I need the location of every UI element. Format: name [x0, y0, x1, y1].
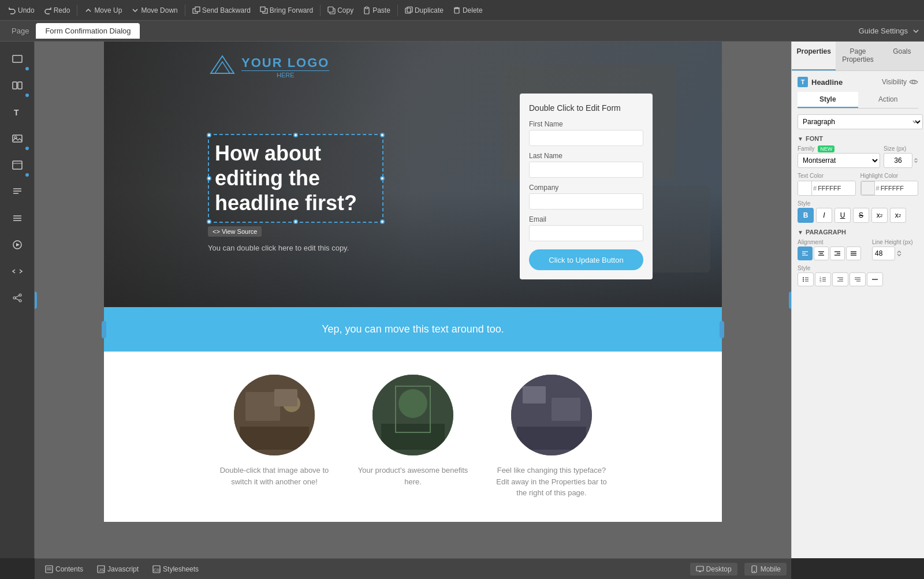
new-badge: NEW — [818, 145, 834, 152]
first-name-input[interactable] — [529, 130, 643, 146]
svg-rect-7 — [366, 7, 368, 9]
canvas-right-handle[interactable] — [789, 292, 791, 309]
handle-bm[interactable] — [293, 219, 298, 224]
redo-button[interactable]: Redo — [40, 5, 74, 16]
form-confirmation-tab[interactable]: Form Confirmation Dialog — [36, 23, 140, 39]
strikethrough-button[interactable]: S — [853, 208, 869, 223]
form-company-field: Company — [529, 184, 643, 210]
paragraph-section-header[interactable]: ▼ PARAGRAPH — [798, 229, 918, 236]
handle-mr[interactable] — [380, 176, 385, 181]
view-source-button[interactable]: <> View Source — [208, 226, 262, 237]
style-subtab[interactable]: Style — [798, 92, 858, 108]
feature-item-1[interactable]: Double-click that image above to switch … — [217, 375, 332, 499]
canvas-area[interactable]: YOUR LOGO HERE How about editing the hea… — [35, 42, 791, 558]
feature-text-1: Double-click that image above to switch … — [217, 465, 332, 487]
align-left-button[interactable] — [798, 246, 813, 260]
feature-image-1[interactable] — [234, 375, 315, 455]
copy-button[interactable]: Copy — [324, 5, 357, 16]
move-up-button[interactable]: Move Up — [81, 5, 125, 16]
horizontal-rule-button[interactable] — [867, 272, 883, 286]
goals-tab[interactable]: Goals — [880, 42, 924, 70]
undo-button[interactable]: Undo — [5, 5, 38, 16]
form-submit-button[interactable]: Click to Update Button — [529, 249, 643, 270]
blue-band-section[interactable]: Yep, you can move this text around too. — [104, 307, 722, 352]
svg-rect-44 — [523, 386, 546, 404]
hero-copy-text[interactable]: You can double click here to edit this c… — [208, 244, 370, 252]
form-title: Double Click to Edit Form — [529, 103, 643, 113]
unordered-list-button[interactable] — [798, 272, 814, 286]
form-panel[interactable]: Double Click to Edit Form First Name Las… — [520, 94, 653, 279]
company-label: Company — [529, 184, 643, 192]
email-input[interactable] — [529, 225, 643, 241]
font-size-input[interactable] — [884, 153, 912, 168]
handle-ml[interactable] — [207, 176, 211, 181]
company-input[interactable] — [529, 193, 643, 210]
tool-section[interactable] — [5, 46, 30, 72]
properties-tab[interactable]: Properties — [792, 42, 836, 70]
headline-text[interactable]: How about editing the headline first? — [215, 141, 377, 216]
ordered-list-button[interactable]: 1.2.3. — [815, 272, 831, 286]
outdent-button[interactable] — [850, 272, 866, 286]
last-name-input[interactable] — [529, 162, 643, 178]
page-properties-tab[interactable]: Page Properties — [836, 42, 880, 70]
send-backward-button[interactable]: Send Backward — [189, 5, 254, 16]
feature-item-2[interactable]: Your product's awesome benefits here. — [355, 375, 471, 499]
list-icon — [12, 212, 23, 224]
lineheight-input[interactable] — [872, 246, 895, 260]
tool-columns[interactable] — [5, 73, 30, 98]
logo-area[interactable]: YOUR LOGO HERE — [208, 53, 329, 82]
paragraph-dropdown[interactable]: Paragraph — [798, 114, 923, 129]
italic-button[interactable]: I — [816, 208, 832, 223]
feature-item-3[interactable]: Feel like changing this typeface? Edit a… — [494, 375, 609, 499]
font-size-label: Size (px) — [884, 145, 918, 152]
font-section-header[interactable]: ▼ FONT — [798, 135, 918, 142]
bold-button[interactable]: B — [798, 208, 814, 223]
highlight-color-input[interactable]: # FFFFFF — [860, 181, 919, 196]
hero-text-area[interactable]: How about editing the headline first? <>… — [208, 134, 383, 252]
bring-forward-button[interactable]: Bring Forward — [256, 5, 316, 16]
guide-settings-label[interactable]: Guide Settings — [859, 27, 908, 35]
tool-social[interactable] — [5, 285, 30, 311]
feature-image-2[interactable] — [372, 375, 453, 455]
hero-section[interactable]: YOUR LOGO HERE How about editing the hea… — [104, 42, 722, 307]
svg-point-72 — [803, 277, 804, 278]
outdent-icon — [854, 275, 862, 283]
feature-image-3[interactable] — [511, 375, 592, 455]
tool-text-block[interactable] — [5, 179, 30, 204]
text-color-input[interactable]: # FFFFFF — [798, 181, 856, 196]
tool-image[interactable] — [5, 126, 30, 151]
blue-band-right-handle[interactable] — [720, 321, 724, 338]
blue-band-left-handle[interactable] — [102, 321, 106, 338]
text-color-swatch[interactable] — [798, 181, 812, 195]
handle-tr[interactable] — [380, 133, 385, 137]
tool-code[interactable] — [5, 259, 30, 284]
props-headline: T Headline — [798, 77, 843, 87]
headline-box[interactable]: How about editing the headline first? — [208, 134, 383, 223]
move-down-button[interactable]: Move Down — [128, 5, 181, 16]
indent-button[interactable] — [832, 272, 848, 286]
paste-button[interactable]: Paste — [359, 5, 394, 16]
subscript-button[interactable]: x2 — [890, 208, 906, 223]
tool-list[interactable] — [5, 206, 30, 231]
align-justify-button[interactable] — [846, 246, 861, 260]
underline-button[interactable]: U — [834, 208, 851, 223]
align-right-button[interactable] — [830, 246, 845, 260]
handle-br[interactable] — [380, 219, 385, 224]
align-center-button[interactable] — [814, 246, 829, 260]
highlight-color-swatch[interactable] — [861, 181, 875, 195]
tool-video[interactable] — [5, 232, 30, 257]
page-tab[interactable]: Page — [5, 27, 36, 35]
canvas-left-handle[interactable] — [35, 292, 37, 309]
delete-button[interactable]: Delete — [449, 5, 486, 16]
blue-band-text[interactable]: Yep, you can move this text around too. — [322, 323, 504, 335]
duplicate-button[interactable]: Duplicate — [401, 5, 447, 16]
tool-text[interactable]: T — [5, 99, 30, 125]
action-subtab[interactable]: Action — [858, 92, 919, 108]
font-family-select[interactable]: Montserrat — [798, 153, 880, 168]
handle-tm[interactable] — [293, 133, 298, 137]
handle-tl[interactable] — [207, 133, 211, 137]
tool-widget[interactable] — [5, 152, 30, 178]
eye-icon[interactable] — [909, 77, 918, 87]
handle-bl[interactable] — [207, 219, 211, 224]
superscript-button[interactable]: x2 — [871, 208, 888, 223]
